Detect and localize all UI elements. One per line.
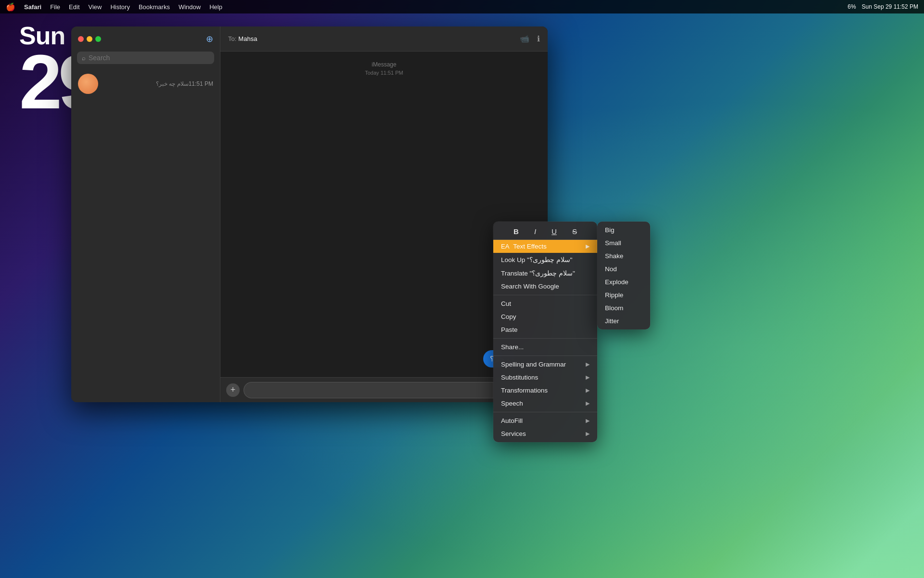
imessage-label: iMessage xyxy=(372,61,396,68)
underline-format-button[interactable]: U xyxy=(549,226,560,236)
traffic-lights xyxy=(78,36,101,42)
submenu-item-nod[interactable]: Nod xyxy=(597,263,650,276)
paste-menu-item[interactable]: Paste xyxy=(493,323,597,336)
strikethrough-format-button[interactable]: S xyxy=(569,226,580,236)
add-attachment-button[interactable]: + xyxy=(226,383,240,397)
minimize-button[interactable] xyxy=(87,36,92,42)
chat-to-label: To: xyxy=(228,35,236,42)
submenu-item-shake[interactable]: Shake xyxy=(597,250,650,263)
text-effects-label: Text Effects xyxy=(513,243,586,250)
chat-icons: 📹 ℹ xyxy=(520,34,540,43)
menubar-battery: 6% xyxy=(847,3,856,10)
menubar: 🍎 Safari File Edit View History Bookmark… xyxy=(0,0,924,13)
text-effects-menu-item[interactable]: EA Text Effects ▶ xyxy=(493,240,597,253)
formatting-bar: B I U S xyxy=(493,223,597,240)
cut-label: Cut xyxy=(501,300,590,307)
messages-sidebar: ⊕ ⌕ 11:51 PM سلام چه خبر؟ xyxy=(71,26,220,402)
cut-menu-item[interactable]: Cut xyxy=(493,297,597,310)
compose-button[interactable]: ⊕ xyxy=(206,34,213,44)
menubar-app-name[interactable]: Safari xyxy=(24,3,41,11)
video-call-icon[interactable]: 📹 xyxy=(520,34,529,43)
substitutions-submenu-arrow-icon: ▶ xyxy=(586,374,590,381)
submenu-item-small[interactable]: Small xyxy=(597,236,650,250)
menu-divider-4 xyxy=(493,412,597,412)
spelling-grammar-label: Spelling and Grammar xyxy=(501,361,586,368)
imessage-date: Today 11:51 PM xyxy=(365,70,403,76)
services-menu-item[interactable]: Services ▶ xyxy=(493,427,597,440)
conversation-time: 11:51 PM xyxy=(189,80,213,87)
share-menu-item[interactable]: Share... xyxy=(493,341,597,354)
close-button[interactable] xyxy=(78,36,84,42)
autofill-label: AutoFill xyxy=(501,417,586,424)
conversation-item[interactable]: 11:51 PM سلام چه خبر؟ xyxy=(71,69,220,99)
menu-divider-3 xyxy=(493,355,597,356)
autofill-menu-item[interactable]: AutoFill ▶ xyxy=(493,414,597,427)
menubar-history[interactable]: History xyxy=(110,3,129,11)
apple-menu[interactable]: 🍎 xyxy=(6,2,15,12)
submenu-item-big[interactable]: Big xyxy=(597,223,650,236)
menubar-right: 6% Sun Sep 29 11:52 PM xyxy=(847,3,918,10)
services-submenu-arrow-icon: ▶ xyxy=(586,431,590,437)
text-effects-submenu: Big Small Shake Nod Explode Ripple Bloom… xyxy=(597,222,650,329)
menu-divider-2 xyxy=(493,338,597,339)
menubar-file[interactable]: File xyxy=(50,3,60,11)
translate-menu-item[interactable]: Translate "سلام چطوری؟" xyxy=(493,266,597,280)
menu-divider-1 xyxy=(493,295,597,295)
search-icon: ⌕ xyxy=(82,54,86,62)
submenu-item-ripple[interactable]: Ripple xyxy=(597,289,650,302)
conversation-preview: سلام چه خبر؟ xyxy=(103,80,189,87)
substitutions-label: Substitutions xyxy=(501,374,586,381)
text-effects-icon: EA xyxy=(501,243,509,250)
transformations-label: Transformations xyxy=(501,387,586,394)
share-label: Share... xyxy=(501,343,590,351)
messages-window: ⊕ ⌕ 11:51 PM سلام چه خبر؟ To: Mahsa 📹 ℹ … xyxy=(71,26,548,402)
submenu-item-explode[interactable]: Explode xyxy=(597,276,650,289)
menubar-window[interactable]: Window xyxy=(179,3,201,11)
substitutions-menu-item[interactable]: Substitutions ▶ xyxy=(493,371,597,384)
transformations-submenu-arrow-icon: ▶ xyxy=(586,387,590,394)
bold-format-button[interactable]: B xyxy=(511,226,522,236)
sidebar-titlebar: ⊕ xyxy=(71,26,220,52)
services-label: Services xyxy=(501,430,586,437)
look-up-label: Look Up "سلام چطوری؟" xyxy=(501,256,590,263)
search-bar[interactable]: ⌕ xyxy=(77,52,214,64)
search-with-google-menu-item[interactable]: Search With Google xyxy=(493,280,597,293)
look-up-menu-item[interactable]: Look Up "سلام چطوری؟" xyxy=(493,253,597,266)
menubar-help[interactable]: Help xyxy=(209,3,222,11)
message-input[interactable] xyxy=(244,382,526,398)
autofill-submenu-arrow-icon: ▶ xyxy=(586,418,590,424)
transformations-menu-item[interactable]: Transformations ▶ xyxy=(493,384,597,397)
menubar-left: 🍎 Safari File Edit View History Bookmark… xyxy=(6,2,222,12)
search-input[interactable] xyxy=(89,54,209,62)
copy-menu-item[interactable]: Copy xyxy=(493,310,597,323)
menubar-view[interactable]: View xyxy=(89,3,102,11)
maximize-button[interactable] xyxy=(95,36,101,42)
menubar-datetime: Sun Sep 29 11:52 PM xyxy=(862,3,918,10)
avatar xyxy=(78,74,98,94)
chat-recipient: Mahsa xyxy=(238,35,257,42)
search-with-google-label: Search With Google xyxy=(501,283,590,290)
spelling-submenu-arrow-icon: ▶ xyxy=(586,361,590,368)
speech-label: Speech xyxy=(501,400,586,407)
speech-menu-item[interactable]: Speech ▶ xyxy=(493,397,597,410)
conversation-info: 11:51 PM سلام چه خبر؟ xyxy=(103,80,213,87)
submenu-item-jitter[interactable]: Jitter xyxy=(597,315,650,328)
spelling-grammar-menu-item[interactable]: Spelling and Grammar ▶ xyxy=(493,358,597,371)
italic-format-button[interactable]: I xyxy=(531,226,539,236)
speech-submenu-arrow-icon: ▶ xyxy=(586,400,590,407)
chat-titlebar: To: Mahsa 📹 ℹ xyxy=(220,26,548,52)
menubar-bookmarks[interactable]: Bookmarks xyxy=(139,3,170,11)
menubar-edit[interactable]: Edit xyxy=(69,3,79,11)
paste-label: Paste xyxy=(501,326,590,333)
translate-label: Translate "سلام چطوری؟" xyxy=(501,269,590,277)
submenu-arrow-icon: ▶ xyxy=(586,243,590,250)
context-menu: B I U S EA Text Effects ▶ Look Up "سلام … xyxy=(493,222,597,442)
copy-label: Copy xyxy=(501,313,590,320)
info-icon[interactable]: ℹ xyxy=(537,34,540,43)
submenu-item-bloom[interactable]: Bloom xyxy=(597,302,650,315)
